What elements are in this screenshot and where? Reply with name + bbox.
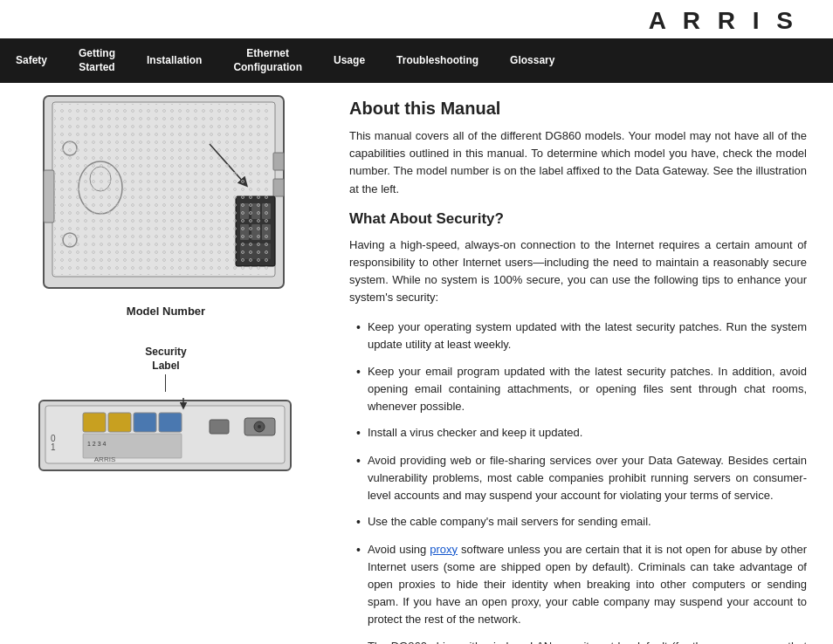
bullet-item-3: Install a virus checker and keep it upda…: [356, 424, 807, 443]
nav-glossary[interactable]: Glossary: [494, 38, 570, 83]
svg-rect-30: [210, 420, 229, 434]
security-label-title: SecurityLabel: [145, 346, 186, 373]
nav-safety[interactable]: Safety: [0, 38, 63, 83]
svg-rect-26: [134, 413, 156, 432]
bullet-item-7: The DG860 ships with wireless LAN securi…: [356, 638, 807, 644]
right-panel: About this Manual This manual covers all…: [332, 83, 833, 644]
svg-rect-24: [83, 413, 106, 432]
security-intro: Having a high-speed, always-on connectio…: [349, 236, 807, 307]
bullet-item-5: Use the cable company's mail servers for…: [356, 513, 807, 532]
bullet-item-6: Avoid using proxy software unless you ar…: [356, 541, 807, 629]
svg-text:1  2  3  4: 1 2 3 4: [87, 441, 107, 447]
nav-troubleshooting[interactable]: Troubleshooting: [381, 38, 494, 83]
svg-rect-25: [108, 413, 131, 432]
device-bottom-container: SecurityLabel 0 1 1 2 3 4: [35, 344, 297, 481]
arris-logo: A R R I S: [649, 7, 798, 35]
security-section-title: What About Security?: [349, 210, 807, 228]
svg-point-33: [258, 425, 261, 428]
svg-rect-2: [44, 170, 54, 223]
svg-text:1: 1: [51, 442, 56, 452]
navigation-bar: Safety Getting Started Installation Ethe…: [0, 38, 833, 83]
svg-rect-27: [159, 413, 182, 432]
bullet-item-4: Avoid providing web or file-sharing serv…: [356, 452, 807, 504]
svg-rect-4: [273, 179, 284, 196]
left-panel: /* dots drawn below */: [0, 83, 332, 644]
proxy-link[interactable]: proxy: [430, 543, 458, 556]
main-content: /* dots drawn below */: [0, 83, 833, 644]
security-bullet-list: Keep your operating system updated with …: [356, 319, 807, 644]
svg-text:ARRIS: ARRIS: [94, 456, 115, 463]
bullet-item-1: Keep your operating system updated with …: [356, 319, 807, 353]
about-manual-body: This manual covers all of the different …: [349, 127, 807, 198]
bullet-item-2: Keep your email program updated with the…: [356, 363, 807, 415]
logo-area: A R R I S: [0, 0, 833, 38]
about-manual-title: About this Manual: [349, 99, 807, 119]
nav-installation[interactable]: Installation: [131, 38, 217, 83]
device-bottom-illustration: 0 1 1 2 3 4 ARRIS: [35, 394, 297, 481]
nav-usage[interactable]: Usage: [318, 38, 381, 83]
svg-rect-19: [54, 104, 272, 275]
security-label-annotation: SecurityLabel: [145, 346, 186, 394]
device-top-illustration: /* dots drawn below */: [35, 92, 297, 301]
svg-rect-3: [273, 153, 284, 170]
device-top-container: /* dots drawn below */: [35, 92, 297, 326]
nav-ethernet-config[interactable]: Ethernet Configuration: [217, 38, 318, 83]
model-number-label: Model Number: [127, 305, 205, 318]
nav-getting-started[interactable]: Getting Started: [63, 38, 131, 83]
